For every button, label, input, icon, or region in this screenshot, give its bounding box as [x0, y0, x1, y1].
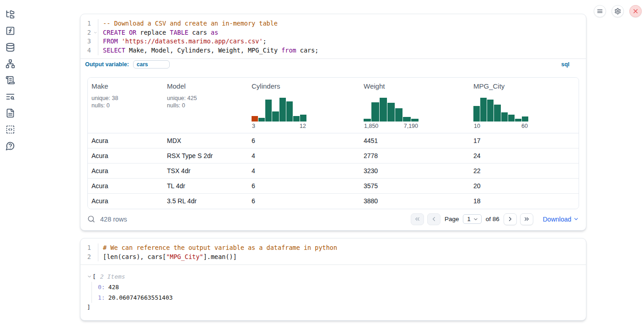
column-header-make[interactable]: Makeunique: 38nulls: 0 — [88, 78, 163, 133]
function-icon[interactable] — [5, 26, 15, 36]
histogram-bar — [364, 119, 371, 122]
search-icon[interactable] — [87, 215, 95, 223]
column-label: MPG_City — [473, 82, 576, 90]
table-cell: 6 — [248, 137, 360, 144]
scroll-icon[interactable] — [5, 75, 15, 85]
file-text-icon[interactable] — [5, 108, 15, 118]
column-stat: unique: 38 — [91, 95, 160, 102]
column-header-cylinders[interactable]: Cylinders312 — [248, 78, 360, 133]
menu-icon — [596, 8, 603, 15]
language-badge[interactable]: sql — [561, 61, 569, 68]
column-label: Make — [91, 82, 160, 90]
row-count: 428 rows — [100, 216, 127, 223]
code-text: [len(cars), cars["MPG_City"].mean()] — [98, 253, 237, 262]
table-cell: 4 — [248, 167, 360, 174]
histogram-bar — [487, 100, 494, 122]
chevron-left-icon — [430, 216, 437, 222]
download-label: Download — [543, 216, 571, 223]
first-page-button[interactable] — [411, 213, 424, 225]
editor-gutter: 1 — [80, 19, 98, 28]
fold-spacer — [92, 46, 98, 55]
prev-page-button[interactable] — [427, 213, 440, 225]
column-header-mpg_city[interactable]: MPG_City1060 — [470, 78, 579, 133]
table-cell: Acura — [88, 182, 163, 190]
sql-code-editor[interactable]: 1-- Download a CSV and create an in-memo… — [80, 14, 586, 58]
output-variable-group: Output variable: — [85, 60, 170, 69]
collapse-toggle-icon[interactable] — [87, 274, 92, 279]
table-footer: 428 rows Page 1 of 86 — [87, 209, 579, 230]
code-text: SELECT Make, Model, Cylinders, Weight, M… — [98, 46, 318, 55]
code-line: 2[len(cars), cars["MPG_City"].mean()] — [80, 253, 586, 262]
helper-panel-sidebar — [0, 0, 20, 333]
snippets-code-icon[interactable] — [5, 125, 15, 134]
network-icon[interactable] — [5, 59, 15, 69]
editor-gutter: 2 — [80, 28, 98, 37]
download-button[interactable]: Download — [543, 216, 579, 223]
table-row: AcuraTL 4dr6357520 — [88, 179, 579, 194]
table-cell: 6 — [248, 182, 360, 190]
tree-open-bracket: [ — [92, 273, 96, 280]
table-cell: 20 — [470, 182, 579, 190]
help-circle-icon[interactable] — [5, 141, 15, 151]
last-page-button[interactable] — [520, 213, 533, 225]
page-select-value: 1 — [467, 216, 470, 222]
table-row: AcuraMDX6445117 — [88, 133, 579, 148]
page-select[interactable]: 1 — [463, 214, 481, 224]
fold-toggle-icon[interactable] — [92, 28, 98, 37]
column-label: Model — [167, 82, 244, 90]
line-number: 3 — [80, 37, 92, 46]
tree-close-bracket: ] — [87, 303, 580, 312]
tree-items: 0:4281:20.060747663551403 — [91, 282, 580, 303]
tree-item-value: 428 — [108, 284, 119, 291]
table-cell: 17 — [470, 137, 579, 144]
code-line: 1-- Download a CSV and create an in-memo… — [80, 19, 586, 28]
histogram-bar — [501, 112, 508, 122]
sql-cell: 1-- Download a CSV and create an in-memo… — [80, 14, 586, 231]
list-tree-viewer: [ 2 Items 0:4281:20.060747663551403 ] — [87, 271, 580, 312]
output-variable-input[interactable] — [133, 60, 170, 69]
table-cell: 22 — [470, 167, 579, 174]
marimo-app: 1-- Download a CSV and create an in-memo… — [0, 0, 644, 321]
notebook: 1-- Download a CSV and create an in-memo… — [80, 0, 586, 321]
output-variable-label: Output variable: — [85, 61, 129, 68]
file-tree-icon[interactable] — [5, 10, 15, 19]
histogram-bar — [252, 116, 258, 122]
histogram-bar — [403, 117, 410, 122]
histogram-bar — [473, 106, 480, 122]
database-icon[interactable] — [5, 42, 15, 52]
column-label: Cylinders — [252, 82, 356, 90]
histogram-bar — [522, 116, 528, 122]
histogram-min-label: 10 — [474, 123, 480, 129]
chevrons-right-icon — [523, 216, 530, 222]
table-cell: Acura — [88, 167, 163, 174]
column-header-weight[interactable]: Weight1,8507,190 — [360, 78, 470, 133]
python-code-editor[interactable]: 1# We can reference the output variable … — [80, 238, 586, 264]
text-search-icon[interactable] — [5, 92, 15, 101]
line-number: 1 — [80, 19, 92, 28]
tree-item: 0:428 — [98, 282, 580, 292]
histogram-bar — [411, 119, 419, 122]
histogram-bars — [473, 98, 528, 122]
line-number: 4 — [80, 46, 92, 55]
editor-gutter: 4 — [80, 46, 98, 55]
menu-button[interactable] — [594, 5, 606, 17]
histogram-bar — [293, 116, 300, 122]
code-text: -- Download a CSV and create an in-memor… — [98, 19, 278, 28]
close-button[interactable] — [629, 5, 642, 17]
line-number: 2 — [80, 28, 92, 37]
next-page-button[interactable] — [504, 213, 517, 225]
table-cell: 2778 — [360, 152, 470, 159]
histogram-min-label: 1,850 — [364, 123, 378, 129]
settings-gear-button[interactable] — [612, 5, 624, 17]
editor-gutter: 2 — [80, 253, 98, 262]
fold-spacer — [92, 243, 98, 253]
column-header-model[interactable]: Modelunique: 425nulls: 0 — [163, 78, 248, 133]
tree-item-key: 0: — [98, 284, 105, 291]
column-stat: nulls: 0 — [91, 102, 160, 109]
column-histogram: 1,8507,190 — [364, 98, 419, 129]
code-line: 1# We can reference the output variable … — [80, 243, 586, 253]
table-cell: RSX Type S 2dr — [163, 152, 248, 159]
histogram-axis: 1,8507,190 — [364, 123, 419, 129]
histogram-bar — [387, 103, 395, 122]
column-histogram: 312 — [252, 98, 306, 129]
